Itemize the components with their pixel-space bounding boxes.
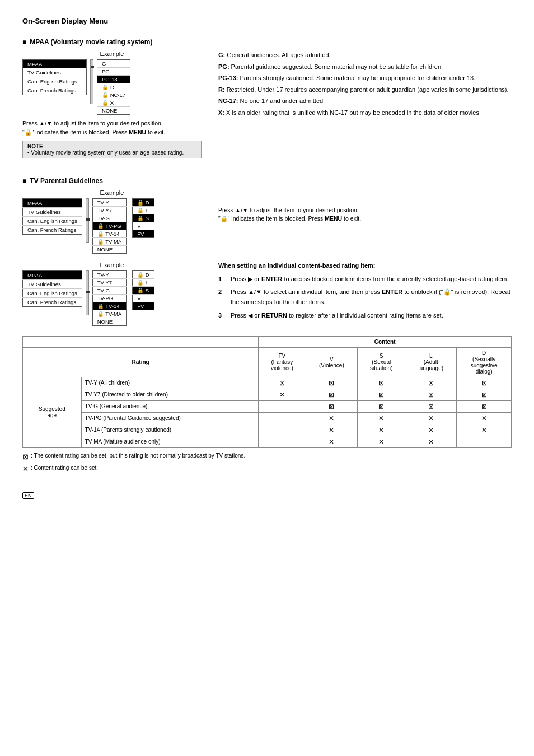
- tv-parental-heading: TV Parental Guidelines: [22, 177, 512, 185]
- age2-tv14: 🔒 TV-14: [92, 302, 127, 310]
- mpaa-note: NOTE • Voluntary movie rating system onl…: [22, 141, 202, 158]
- tvy7-s: ⊠: [358, 389, 405, 400]
- tv-age-ratings: TV-Y TV-Y7 TV-G 🔒 TV-PG 🔒 TV-14 🔒 TV-MA …: [92, 198, 127, 254]
- tvma-d: [457, 436, 512, 447]
- row-tvy-label: TV-Y (All children): [81, 377, 259, 389]
- lock-icon-x: 🔒: [102, 100, 109, 106]
- table-row-tvma: TV-MA (Mature audience only) ✕ ✕ ✕: [23, 436, 512, 447]
- tvy-s: ⊠: [358, 377, 405, 389]
- row-tvg-label: TV-G (General audience): [81, 400, 259, 412]
- menu-french-label: Can. French Ratings: [23, 86, 87, 95]
- note-text: • Voluntary movie rating system only use…: [27, 150, 196, 156]
- content-fv: FV: [133, 230, 154, 237]
- tv2-menu-row-french: Can. French Ratings: [23, 297, 82, 306]
- lock-icon-nc17: 🔒: [102, 92, 109, 98]
- mpaa-ratings-submenu: G PG PG-13 🔒 R 🔒 NC-17 🔒 X NONE: [97, 59, 130, 115]
- content-based-steps: When setting an individual content-based…: [218, 262, 512, 326]
- rating-G: G: [97, 60, 130, 68]
- legend-boxtick: ⊠ : The content rating can be set, but t…: [22, 451, 512, 463]
- content2-d: 🔒 D: [133, 270, 154, 278]
- boxtick-legend-icon: ⊠: [22, 451, 29, 463]
- mpaa-right: G: General audiences. All ages admitted.…: [218, 50, 512, 158]
- mpaa-left: Example MPAA TV Guidelines Can. English …: [22, 50, 202, 158]
- tvpg-fv: [259, 412, 306, 424]
- rating-r-desc: R: Restricted. Under 17 requires accompa…: [218, 85, 512, 95]
- tvy7-d: ⊠: [457, 389, 512, 400]
- menu-english-label: Can. English Ratings: [23, 77, 87, 86]
- tv-menu-row-french: Can. French Ratings: [23, 225, 82, 234]
- tv-example2-left: Example MPAA TV Guidelines Can. English …: [22, 262, 202, 326]
- age2-tvpg: TV-PG: [92, 294, 127, 302]
- table-header-row-1: Content: [23, 336, 512, 347]
- content2-s: 🔒 S: [133, 286, 154, 294]
- tvy7-v: ⊠: [306, 389, 358, 400]
- row-tv14-label: TV-14 (Parents strongly cautioned): [81, 424, 259, 436]
- table-row-tv14: TV-14 (Parents strongly cautioned) ✕ ✕ ✕…: [23, 424, 512, 436]
- tvma-l: ✕: [405, 436, 457, 447]
- steps-list: 1 Press ▶ or ENTER to access blocked con…: [218, 274, 512, 320]
- step-3-text: Press ◀ or RETURN to register after all …: [231, 311, 443, 321]
- step-1: 1 Press ▶ or ENTER to access blocked con…: [218, 274, 512, 284]
- tvy7-fv: ✕: [259, 389, 306, 400]
- tvma-v: ✕: [306, 436, 358, 447]
- age-tvg: TV-G: [92, 214, 127, 222]
- menu-tv-label: TV Guidelines: [23, 68, 87, 77]
- age-tvy: TV-Y: [92, 198, 127, 206]
- cross-legend-text: : Content rating can be set.: [31, 464, 98, 473]
- tv2-age-ratings: TV-Y TV-Y7 TV-G TV-PG 🔒 TV-14 🔒 TV-MA NO…: [92, 270, 127, 326]
- age-tvpg: 🔒 TV-PG: [92, 222, 127, 230]
- page-title: On-Screen Display Menu: [22, 17, 512, 29]
- row-tvpg-label: TV-PG (Parental Guidance suggested): [81, 412, 259, 424]
- row-tvma-label: TV-MA (Mature audience only): [81, 436, 259, 447]
- tv14-l: ✕: [405, 424, 457, 436]
- age2-tvg: TV-G: [92, 286, 127, 294]
- en-badge-container: EN -: [22, 487, 512, 499]
- cross-legend-icon: ✕: [22, 464, 29, 475]
- mpaa-section: MPAA (Voluntary movie rating system) Exa…: [22, 38, 512, 158]
- rating-pg13-desc: PG-13: Parents strongly cautioned. Some …: [218, 73, 512, 83]
- step-3: 3 Press ◀ or RETURN to register after al…: [218, 311, 512, 321]
- tv-menu-row-mpaa: MPAA: [23, 198, 82, 207]
- rating-x-desc: X: X is an older rating that is unified …: [218, 108, 512, 118]
- legend: ⊠ : The content rating can be set, but t…: [22, 451, 512, 476]
- mpaa-example-label: Example: [22, 50, 202, 57]
- en-dash: -: [36, 492, 38, 498]
- tvma-fv: [259, 436, 306, 447]
- mpaa-menu-table: MPAA TV Guidelines Can. English Ratings …: [22, 59, 87, 95]
- ratings-content-table: Content Rating FV(Fantasyviolence) V(Vio…: [22, 336, 512, 448]
- mpaa-heading: MPAA (Voluntary movie rating system): [22, 38, 512, 46]
- tv-slider-thumb: [86, 218, 90, 221]
- step-1-text: Press ▶ or ENTER to access blocked conte…: [231, 274, 509, 284]
- rating-NONE: NONE: [97, 107, 130, 115]
- legend-cross: ✕ : Content rating can be set.: [22, 464, 512, 475]
- tvy-l: ⊠: [405, 377, 457, 389]
- rating-NC17: 🔒 NC-17: [97, 91, 130, 99]
- tvg-d: ⊠: [457, 400, 512, 412]
- tvg-s: ⊠: [358, 400, 405, 412]
- tv-menu-diagram: MPAA TV Guidelines Can. English Ratings …: [22, 198, 202, 254]
- tv2-menu-row-mpaa: MPAA: [23, 270, 82, 279]
- age2-tvy7: TV-Y7: [92, 278, 127, 286]
- tvy-v: ⊠: [306, 377, 358, 389]
- age-tvma: 🔒 TV-MA: [92, 237, 127, 245]
- menu-row-english: Can. English Ratings: [23, 77, 87, 86]
- age-tv14: 🔒 TV-14: [92, 230, 127, 237]
- rating-nc17-desc: NC-17: No one 17 and under admitted.: [218, 96, 512, 106]
- rating-PG: PG: [97, 68, 130, 76]
- content2-l: 🔒 L: [133, 278, 154, 286]
- rating-col-header: Rating: [23, 347, 259, 377]
- tvy7-l: ⊠: [405, 389, 457, 400]
- content-based-heading: When setting an individual content-based…: [218, 262, 512, 270]
- tv-parental-instruction: Press ▲/▼ to adjust the item to your des…: [218, 206, 512, 224]
- step-num-2: 2: [218, 287, 226, 307]
- age2-tvma: 🔒 TV-MA: [92, 310, 127, 318]
- step-2: 2 Press ▲/▼ to select an individual item…: [218, 287, 512, 307]
- tv-parental-right: Press ▲/▼ to adjust the item to your des…: [218, 189, 512, 254]
- slider-track: [90, 59, 93, 104]
- rating-pg-desc: PG: Parental guidance suggested. Some ma…: [218, 62, 512, 72]
- age-tvy7: TV-Y7: [92, 206, 127, 214]
- rating-g-desc: G: General audiences. All ages admitted.: [218, 50, 512, 60]
- tvma-s: ✕: [358, 436, 405, 447]
- tv-example-label: Example: [22, 189, 202, 196]
- tvg-l: ⊠: [405, 400, 457, 412]
